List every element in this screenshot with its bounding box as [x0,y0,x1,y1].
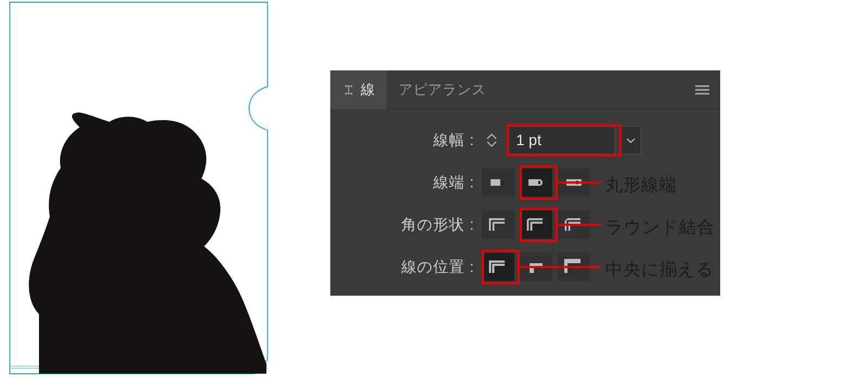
tab-appearance-label: アピアランス [399,80,486,99]
controls-corner [482,211,590,239]
label-align: 線の位置 : [330,257,482,277]
svg-rect-10 [500,179,504,186]
svg-rect-12 [538,181,540,184]
svg-point-3 [350,85,353,87]
annot-corner: ラウンド結合 [605,216,715,239]
label-stroke-weight: 線幅 : [330,130,482,151]
annot-cap: 丸形線端 [605,173,677,197]
cap-projecting-button[interactable] [558,168,590,197]
svg-rect-13 [566,179,582,186]
stroke-weight-input[interactable]: 1 pt [507,126,615,154]
align-outside-button[interactable] [558,253,590,281]
align-inside-button[interactable] [520,253,552,281]
tab-stroke[interactable]: 線 [330,70,387,109]
controls-align [482,253,590,281]
canvas-artboard [6,0,272,377]
link-icon [342,83,355,96]
panel-tabbar: 線 アピアランス [330,70,720,109]
panel-flyout-menu[interactable] [694,70,710,109]
svg-point-2 [345,85,347,87]
tab-appearance[interactable]: アピアランス [387,70,498,109]
weight-stepper[interactable] [482,126,501,154]
svg-rect-14 [576,181,578,184]
label-cap: 線端 : [330,172,482,193]
row-stroke-weight: 線幅 : 1 pt [330,119,720,161]
label-corner: 角の形状 : [330,214,482,235]
tab-stroke-label: 線 [361,80,375,99]
annot-align: 中央に揃える [605,258,714,282]
svg-point-4 [345,93,347,95]
stroke-weight-value: 1 pt [516,132,541,149]
controls-stroke-weight: 1 pt [482,126,641,154]
cap-round-button[interactable] [520,168,552,197]
corner-miter-button[interactable] [482,211,514,239]
stroke-panel-wrap: 線 アピアランス 線幅 : [330,70,720,296]
svg-rect-11 [528,179,539,186]
corner-round-button[interactable] [520,211,552,239]
svg-point-5 [350,93,353,95]
stroke-weight-dropdown[interactable] [621,126,641,154]
align-center-button[interactable] [482,253,514,281]
corner-bevel-button[interactable] [558,211,590,239]
controls-cap [482,168,590,197]
cap-butt-button[interactable] [482,168,514,197]
dog-silhouette [6,0,272,377]
